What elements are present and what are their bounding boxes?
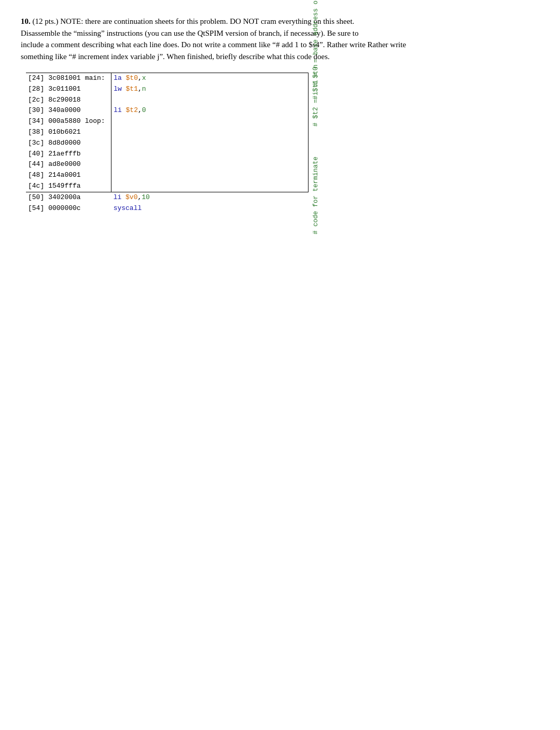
hex-48: 214a0001 [46,170,82,181]
addr-28: [28] [26,84,46,95]
comment-2c [174,95,309,106]
label-40 [83,149,111,160]
problem-text: 10. (12 pts.) NOTE: there are continuati… [21,16,539,62]
label-3c [83,138,111,149]
instr-4c [111,181,174,192]
label-28 [83,84,111,95]
addr-40: [40] [26,149,46,160]
comment-24 [174,73,309,84]
addr-34: [34] [26,116,46,127]
hex-44: ad8e0000 [46,159,82,170]
table-row: [30] 340a0000 li $t2,0 [26,105,309,116]
addr-44: [44] [26,159,46,170]
code-layout: [24] 3c081001 main: la $t0,x [28] 3c0110… [26,73,539,248]
table-row: [24] 3c081001 main: la $t0,x [26,73,309,84]
comment-44 [174,159,309,170]
addr-54: [54] [26,203,46,214]
problem-number: 10. [21,17,31,25]
table-row: [34] 000a5880 loop: [26,116,309,127]
hex-50: 3402000a [46,192,82,203]
addr-24: [24] [26,73,46,84]
hex-2c: 8c290018 [46,95,82,106]
label-2c [83,95,111,106]
comment-34 [174,116,309,127]
instr-38 [111,127,174,138]
comment-38 [174,127,309,138]
table-row: [2c] 8c290018 [26,95,309,106]
hex-54: 0000000c [46,203,82,214]
addr-50: [50] [26,192,46,203]
table-row: [44] ad8e0000 [26,159,309,170]
instr-2c [111,95,174,106]
hex-28: 3c011001 [46,84,82,95]
label-24: main: [83,73,111,84]
label-30 [83,105,111,116]
problem-points: (12 pts.) [33,17,59,25]
rather-write: Rather write [368,40,407,49]
hex-34: 000a5880 [46,116,82,127]
label-50 [83,192,111,203]
addr-4c: [4c] [26,181,46,192]
problem-text-line2: Disassemble the “missing” instructions (… [21,29,359,37]
table-row: [28] 3c011001 lw $t1,n [26,84,309,95]
table-row: [38] 010b6021 [26,127,309,138]
table-row: [4c] 1549fffa [26,181,309,192]
addr-30: [30] [26,105,46,116]
label-54 [83,203,111,214]
rot-comment-30: # $t2 = i [313,113,319,127]
table-row: [50] 3402000a li $v0,10 [26,192,309,203]
comment-48 [174,170,309,181]
instr-34 [111,116,174,127]
comment-30 [174,105,309,116]
hex-40: 21aefffb [46,149,82,160]
rotated-comments-block: # $t0 = base address of x[] # $t1 = n # … [313,73,319,248]
instr-28: lw $t1,n [111,84,174,95]
instr-50: li $v0,10 [111,192,174,203]
comment-3c [174,138,309,149]
hex-30: 340a0000 [46,105,82,116]
instr-30: li $t2,0 [111,105,174,116]
table-row: [48] 214a0001 [26,170,309,181]
code-table: [24] 3c081001 main: la $t0,x [28] 3c0110… [26,73,309,214]
label-34: loop: [83,116,111,127]
instr-48 [111,170,174,181]
hex-38: 010b6021 [46,127,82,138]
label-44 [83,159,111,170]
addr-2c: [2c] [26,95,46,106]
hex-3c: 8d8d0000 [46,138,82,149]
problem-container: 10. (12 pts.) NOTE: there are continuati… [21,16,539,248]
label-48 [83,170,111,181]
comment-28 [174,84,309,95]
table-row: [3c] 8d8d0000 [26,138,309,149]
addr-48: [48] [26,170,46,181]
rot-comment-50: # code for terminate [313,221,319,234]
table-row: [54] 0000000c syscall [26,203,309,214]
instr-44 [111,159,174,170]
hex-24: 3c081001 [46,73,82,84]
comment-50 [174,192,309,203]
label-4c [83,181,111,192]
instr-24: la $t0,x [111,73,174,84]
comment-54 [174,203,309,214]
label-38 [83,127,111,138]
hex-4c: 1549fffa [46,181,82,192]
table-row: [40] 21aefffb [26,149,309,160]
problem-text-line4: something like “# increment index variab… [21,52,330,61]
instr-54: syscall [111,203,174,214]
addr-3c: [3c] [26,138,46,149]
comment-4c [174,181,309,192]
instr-40 [111,149,174,160]
comment-40 [174,149,309,160]
instr-3c [111,138,174,149]
problem-text-line1: NOTE: there are continuation sheets for … [60,17,354,25]
addr-38: [38] [26,127,46,138]
